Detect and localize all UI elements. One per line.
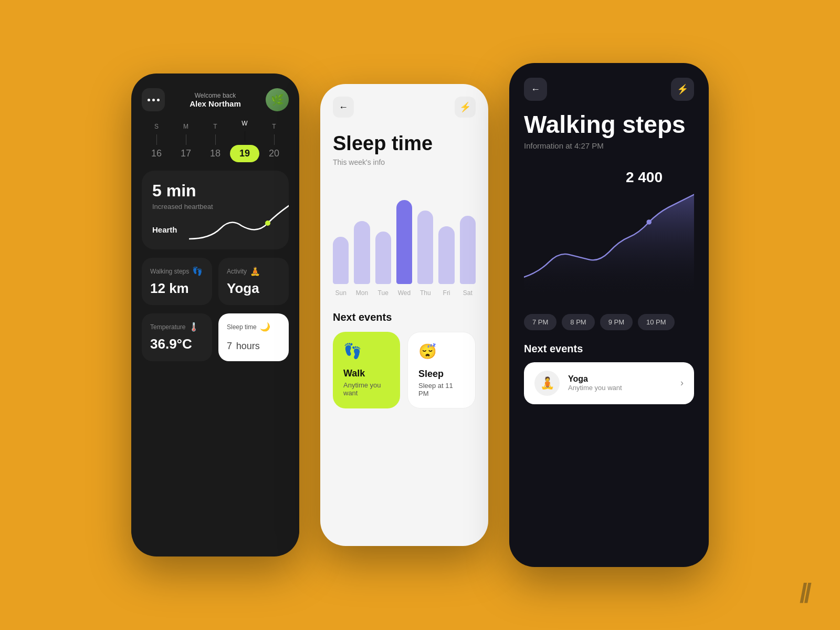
phone3-flash-icon: ⚡: [677, 83, 688, 95]
bar-tue: [375, 232, 391, 284]
p3-next-events-title: Next events: [524, 343, 694, 355]
avatar[interactable]: 🌿: [266, 88, 289, 111]
heart-curve-svg: [189, 197, 289, 249]
activity-value: Yoga: [227, 280, 280, 297]
user-info: Welcome back Alex Northam: [190, 92, 241, 108]
time-labels: 7 PM 8 PM 9 PM 10 PM: [524, 314, 694, 330]
temp-label: Temperature: [150, 323, 185, 331]
time-chip-8pm: 8 PM: [562, 314, 594, 330]
svg-point-1: [646, 219, 652, 225]
yoga-arrow: ›: [680, 377, 684, 388]
yoga-card[interactable]: 🧘 Yoga Anytime you want ›: [524, 362, 694, 404]
sleep-label: Sleep time: [227, 323, 257, 331]
temperature-card: Temperature 🌡️ 36.9°C: [142, 313, 212, 361]
walking-icon: 👣: [192, 266, 203, 276]
walk-icon: 👣: [343, 342, 390, 360]
bar-thu: [417, 211, 433, 284]
steps-value: 2 400: [626, 169, 663, 186]
sleep-card: Sleep time 🌙 7 hours: [218, 313, 289, 361]
activity-card: Activity 🧘 Yoga: [218, 258, 289, 305]
walk-sub: Anytime you want: [343, 381, 390, 397]
svg-point-0: [265, 220, 270, 226]
walk-name: Walk: [343, 368, 390, 379]
activity-label: Activity: [227, 268, 247, 275]
user-name: Alex Northam: [190, 99, 241, 108]
welcome-text: Welcome back: [190, 92, 241, 99]
phone3-flash-button[interactable]: ⚡: [671, 78, 694, 101]
steps-svg: [524, 159, 694, 306]
bottom-row: Temperature 🌡️ 36.9°C Sleep time 🌙 7 hou…: [142, 313, 289, 361]
back-button[interactable]: ←: [333, 97, 354, 118]
sleep-subtitle: This week's info: [333, 158, 476, 166]
phone3-header: ← ⚡: [524, 78, 694, 101]
steps-subtitle: Information at 4:27 PM: [524, 141, 694, 150]
calendar-row: S 16 M 17 T 18 W 19 T: [142, 120, 289, 162]
walking-label: Walking steps: [150, 268, 189, 275]
dot3: [157, 99, 160, 101]
bar-mon: [354, 221, 370, 284]
steps-title: Walking steps: [524, 111, 694, 138]
phone3-back-button[interactable]: ←: [524, 78, 547, 101]
bar-wed: [396, 200, 412, 284]
yoga-card-sub: Anytime you want: [568, 384, 672, 392]
yoga-icon: 🧘: [250, 266, 260, 276]
walking-steps-card: Walking steps 👣 12 km: [142, 258, 212, 305]
cal-day-wed-active[interactable]: W 19: [230, 120, 259, 162]
sleep-value: 7 hours: [227, 336, 280, 353]
phone-3: ← ⚡ Walking steps Information at 4:27 PM…: [509, 63, 709, 567]
sleep-event-card[interactable]: 😴 Sleep Sleep at 11 PM: [407, 332, 476, 408]
cal-day-thu[interactable]: T 20: [259, 123, 289, 159]
walking-value: 12 km: [150, 280, 204, 297]
walk-event-card[interactable]: 👣 Walk Anytime you want: [333, 332, 400, 408]
time-chip-9pm: 9 PM: [600, 314, 633, 330]
slash-decoration: //: [800, 578, 808, 609]
dot2: [152, 99, 155, 101]
yoga-icon-wrap: 🧘: [534, 371, 560, 396]
cal-day-sun[interactable]: S 16: [142, 123, 171, 159]
phone2-header: ← ⚡: [333, 97, 476, 118]
phone1-header: Welcome back Alex Northam 🌿: [142, 88, 289, 111]
phone3-back-icon: ←: [531, 84, 540, 95]
yoga-info: Yoga Anytime you want: [568, 374, 672, 392]
heartbeat-card: 5 min Increased heartbeat Hearth: [142, 171, 289, 249]
cal-day-mon[interactable]: M 17: [171, 123, 201, 159]
bar-fri: [438, 226, 454, 284]
next-events-title: Next events: [333, 311, 476, 323]
menu-button[interactable]: [142, 88, 165, 111]
bar-sat: [460, 216, 476, 284]
sleep-event-name: Sleep: [418, 369, 465, 380]
events-row: 👣 Walk Anytime you want 😴 Sleep Sleep at…: [333, 332, 476, 408]
dot1: [148, 99, 150, 101]
stats-row: Walking steps 👣 12 km Activity 🧘 Yoga: [142, 258, 289, 305]
phone-2: ← ⚡ Sleep time This week's info: [320, 84, 488, 546]
cal-day-tue[interactable]: T 18: [201, 123, 230, 159]
chart-labels: Sun Mon Tue Wed Thu Fri Sat: [333, 289, 476, 297]
time-chip-7pm: 7 PM: [524, 314, 556, 330]
flash-button[interactable]: ⚡: [455, 97, 476, 118]
back-icon: ←: [339, 102, 348, 113]
temp-icon: 🌡️: [188, 322, 199, 332]
yoga-card-icon: 🧘: [540, 376, 554, 390]
steps-chart: 2 400: [524, 159, 694, 306]
sleep-chart: [333, 179, 476, 284]
phone-1: Welcome back Alex Northam 🌿 S 16 M 17 T …: [131, 74, 299, 556]
flash-icon: ⚡: [459, 101, 471, 113]
sleep-title: Sleep time: [333, 132, 476, 155]
sleep-event-icon: 😴: [418, 343, 465, 360]
yoga-card-name: Yoga: [568, 374, 672, 384]
time-chip-10pm: 10 PM: [638, 314, 675, 330]
sleep-icon: 🌙: [260, 322, 270, 332]
sleep-event-sub: Sleep at 11 PM: [418, 382, 465, 397]
bar-sun: [333, 237, 349, 284]
temp-value: 36.9°C: [150, 336, 204, 352]
